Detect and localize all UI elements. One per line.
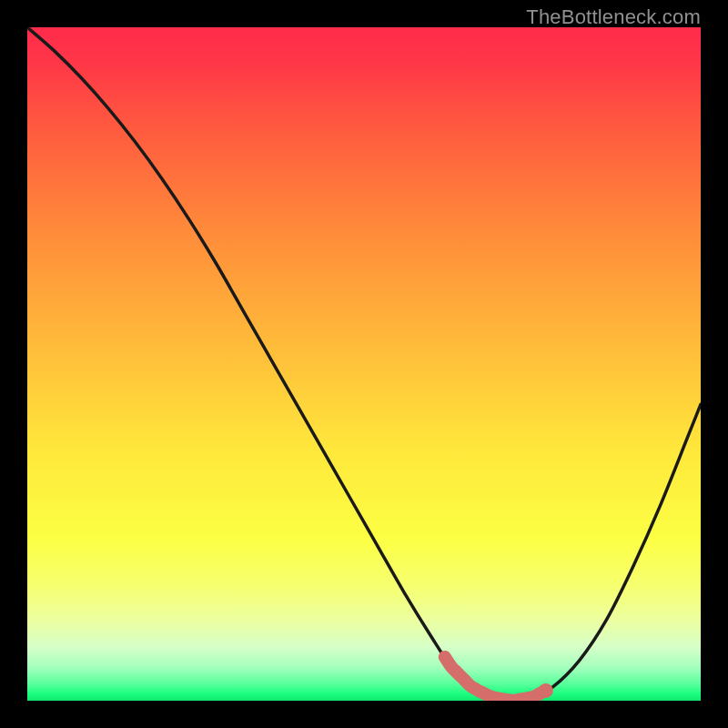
gradient-background: [27, 27, 701, 701]
chart-stage: TheBottleneck.com: [0, 0, 728, 728]
watermark-text: TheBottleneck.com: [526, 5, 701, 29]
